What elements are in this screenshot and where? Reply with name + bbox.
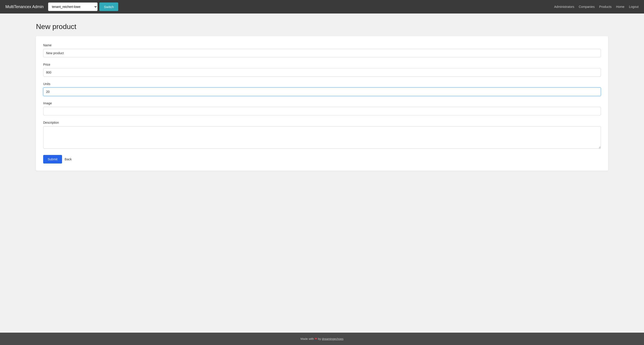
administrators-link[interactable]: Administrators [554,5,574,9]
footer-text: Made with ❤ by dreamingechoes [300,337,344,340]
units-group: Units [43,82,601,96]
form-card: Name Price Units Image Description [36,36,608,171]
new-product-form: Name Price Units Image Description [43,43,601,164]
image-label: Image [43,101,601,105]
description-label: Description [43,121,601,124]
footer: Made with ❤ by dreamingechoes [0,333,644,345]
companies-link[interactable]: Companies [579,5,595,9]
nav-links: Administrators Companies Products Home L… [554,5,638,9]
submit-button[interactable]: Submit [43,155,62,164]
switch-button[interactable]: Switch [99,3,118,11]
image-input[interactable] [43,107,601,115]
home-link[interactable]: Home [616,5,624,9]
footer-author-link[interactable]: dreamingechoes [322,337,344,340]
page-title: New product [36,23,608,31]
logout-link[interactable]: Logout [629,5,638,9]
description-textarea[interactable] [43,126,601,149]
price-input[interactable] [43,68,601,77]
heart-icon: ❤ [315,337,317,340]
main-content: New product Name Price Units Image [0,14,644,333]
image-group: Image [43,101,601,115]
navbar-brand: MultiTenancex Admin [6,5,44,9]
tenant-select[interactable]: tenant_reichert-lowe [48,3,98,11]
description-group: Description [43,121,601,150]
price-label: Price [43,63,601,66]
products-link[interactable]: Products [599,5,612,9]
name-group: Name [43,43,601,57]
units-label: Units [43,82,601,86]
form-actions: Submit Back [43,155,601,164]
name-input[interactable] [43,49,601,57]
name-label: Name [43,43,601,47]
tenant-select-wrapper: tenant_reichert-lowe Switch [48,3,554,11]
price-group: Price [43,63,601,77]
navbar: MultiTenancex Admin tenant_reichert-lowe… [0,0,644,14]
back-link[interactable]: Back [65,157,72,161]
units-input[interactable] [43,88,601,96]
